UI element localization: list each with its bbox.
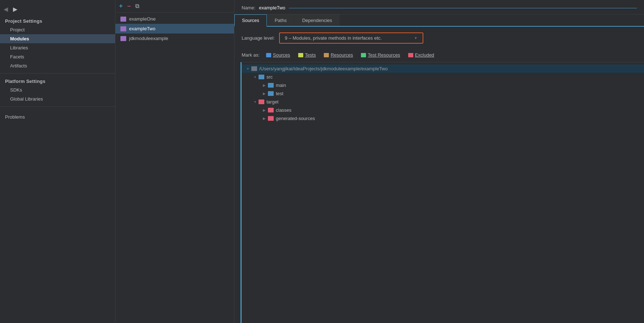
- sidebar: ◀ ▶ Project Settings Project Modules Lib…: [0, 0, 115, 323]
- tests-icon: [298, 53, 303, 57]
- language-level-value: 9 – Modules, private methods in interfac…: [285, 35, 382, 41]
- module-list-panel: + − ⧉ exampleOne exampleTwo jdkmoduleexa…: [115, 0, 234, 323]
- sidebar-item-modules[interactable]: Modules: [0, 34, 115, 43]
- resources-icon: [324, 53, 329, 57]
- mark-tests-label: Tests: [305, 52, 316, 58]
- root-chevron-icon: ▾: [245, 67, 250, 71]
- classes-folder-icon: [268, 108, 274, 112]
- module-list-toolbar: + − ⧉: [115, 0, 234, 13]
- project-settings-title: Project Settings: [0, 16, 115, 25]
- sidebar-item-artifacts[interactable]: Artifacts: [0, 61, 115, 70]
- back-button[interactable]: ◀: [4, 6, 8, 13]
- name-row: Name: exampleTwo: [234, 0, 644, 14]
- mark-sources-label: Sources: [273, 52, 290, 58]
- mark-excluded-button[interactable]: Excluded: [407, 52, 436, 58]
- language-level-dropdown[interactable]: 9 – Modules, private methods in interfac…: [279, 32, 423, 44]
- mark-excluded-label: Excluded: [415, 52, 434, 58]
- root-folder-icon: [251, 66, 257, 71]
- module-item-exampleone[interactable]: exampleOne: [115, 14, 234, 24]
- tree-src[interactable]: ▾ src: [242, 73, 644, 81]
- generated-sources-label: generated-sources: [276, 116, 315, 121]
- target-label: target: [266, 99, 278, 105]
- module-items: exampleOne exampleTwo jdkmoduleexample: [115, 13, 234, 323]
- test-folder-icon: [268, 91, 274, 96]
- tree-main[interactable]: ▶ main: [242, 81, 644, 89]
- mark-resources-label: Resources: [331, 52, 353, 58]
- platform-settings-title: Platform Settings: [0, 76, 115, 85]
- sidebar-divider-2: [0, 106, 115, 107]
- sidebar-item-facets[interactable]: Facets: [0, 52, 115, 61]
- sidebar-item-problems[interactable]: Problems: [0, 112, 115, 121]
- folder-icon-exampleone: [120, 17, 126, 22]
- tab-dependencies[interactable]: Dependencies: [295, 14, 340, 26]
- mark-resources-button[interactable]: Resources: [322, 52, 354, 58]
- tab-sources[interactable]: Sources: [234, 14, 267, 27]
- dropdown-chevron-icon: ▼: [414, 36, 418, 40]
- test-chevron-icon: ▶: [262, 92, 267, 96]
- module-name-jdkmoduleexample: jdkmoduleexample: [129, 36, 168, 41]
- folder-icon-jdkmoduleexample: [120, 36, 126, 41]
- excluded-icon: [408, 53, 413, 57]
- test-resources-icon: [361, 53, 366, 57]
- name-label: Name:: [242, 5, 255, 10]
- main-chevron-icon: ▶: [262, 83, 267, 87]
- root-path-label: /Users/yangjikai/IdeaProjects/jdkmodulee…: [259, 66, 388, 71]
- tab-paths[interactable]: Paths: [267, 14, 294, 26]
- sidebar-item-libraries[interactable]: Libraries: [0, 43, 115, 52]
- generated-sources-folder-icon: [268, 116, 274, 121]
- main-label: main: [276, 83, 286, 88]
- src-label: src: [266, 74, 273, 80]
- tree-classes[interactable]: ▶ classes: [242, 106, 644, 114]
- sidebar-divider-1: [0, 73, 115, 74]
- tree-target[interactable]: ▾ target: [242, 98, 644, 106]
- src-chevron-icon: ▾: [252, 75, 257, 79]
- module-name-exampletwo: exampleTwo: [129, 26, 155, 31]
- content-panel: Name: exampleTwo Sources Paths Dependenc…: [234, 0, 644, 323]
- module-item-jdkmoduleexample[interactable]: jdkmoduleexample: [115, 34, 234, 43]
- app-container: ◀ ▶ Project Settings Project Modules Lib…: [0, 0, 644, 323]
- mark-as-label: Mark as:: [242, 52, 260, 58]
- remove-module-button[interactable]: −: [127, 3, 131, 9]
- sidebar-item-project[interactable]: Project: [0, 25, 115, 34]
- sources-icon: [266, 53, 271, 57]
- test-label: test: [276, 91, 283, 96]
- classes-chevron-icon: ▶: [262, 108, 267, 112]
- mark-test-resources-button[interactable]: Test Resources: [360, 52, 402, 58]
- src-folder-icon: [259, 75, 264, 79]
- target-chevron-icon: ▾: [252, 100, 257, 104]
- tree-generated-sources[interactable]: ▶ generated-sources: [242, 114, 644, 123]
- tree-test[interactable]: ▶ test: [242, 89, 644, 98]
- module-item-exampletwo[interactable]: exampleTwo: [115, 24, 234, 34]
- tabs-row: Sources Paths Dependencies: [234, 14, 644, 27]
- mark-sources-button[interactable]: Sources: [265, 52, 292, 58]
- language-level-row: Language level: 9 – Modules, private met…: [234, 27, 644, 49]
- main-folder-icon: [268, 83, 274, 88]
- sidebar-item-global-libraries[interactable]: Global Libraries: [0, 94, 115, 103]
- mark-as-row: Mark as: Sources Tests Resources Test Re…: [234, 49, 644, 62]
- target-folder-icon: [259, 99, 264, 104]
- sidebar-item-sdks[interactable]: SDKs: [0, 85, 115, 94]
- name-underline: [289, 8, 637, 8]
- file-tree: ▾ /Users/yangjikai/IdeaProjects/jdkmodul…: [241, 62, 644, 323]
- tree-root[interactable]: ▾ /Users/yangjikai/IdeaProjects/jdkmodul…: [242, 65, 644, 73]
- module-name-exampleone: exampleOne: [129, 16, 156, 22]
- generated-sources-chevron-icon: ▶: [262, 116, 267, 120]
- mark-tests-button[interactable]: Tests: [297, 52, 317, 58]
- copy-module-button[interactable]: ⧉: [135, 3, 139, 9]
- classes-label: classes: [276, 107, 291, 113]
- add-module-button[interactable]: +: [119, 3, 123, 9]
- name-value: exampleTwo: [259, 5, 285, 10]
- sidebar-top-nav: ◀ ▶: [0, 4, 115, 16]
- mark-test-resources-label: Test Resources: [368, 52, 400, 58]
- folder-icon-exampletwo: [120, 26, 126, 31]
- forward-button[interactable]: ▶: [13, 6, 17, 13]
- language-level-label: Language level:: [242, 35, 275, 41]
